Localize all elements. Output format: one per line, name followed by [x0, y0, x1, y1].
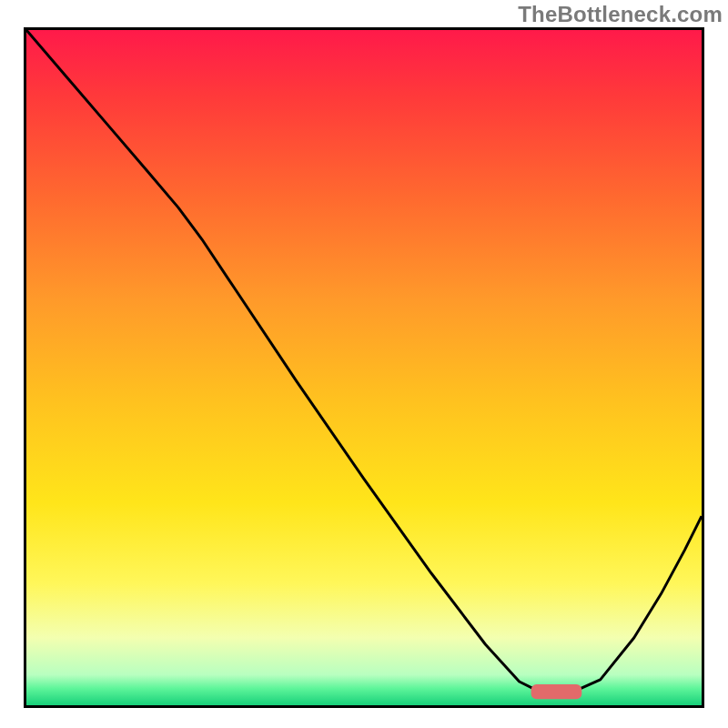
chart-stage: TheBottleneck.com: [0, 0, 728, 728]
optimal-marker: [531, 684, 582, 699]
plot-frame: [24, 27, 704, 708]
watermark-text: TheBottleneck.com: [518, 2, 723, 27]
chart-svg: [26, 30, 702, 705]
gradient-background: [26, 30, 702, 705]
